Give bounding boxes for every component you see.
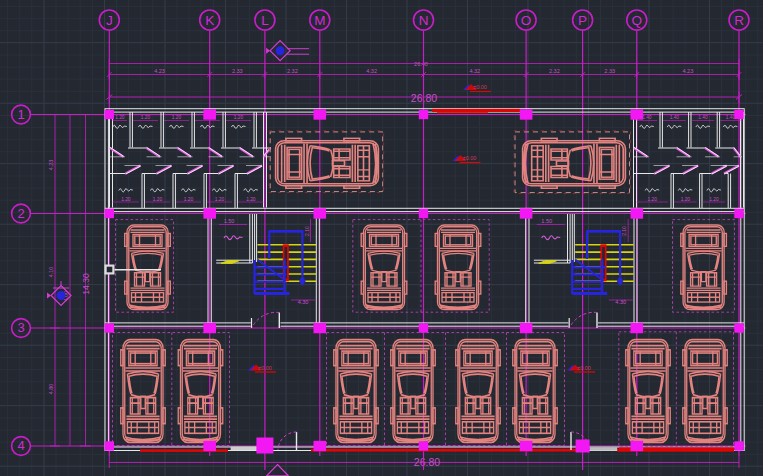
svg-text:2.10: 2.10 xyxy=(304,226,310,236)
svg-text:±0.00: ±0.00 xyxy=(258,365,272,371)
svg-text:1.20: 1.20 xyxy=(184,197,194,202)
svg-text:1.20: 1.20 xyxy=(115,115,125,120)
svg-text:2.33: 2.33 xyxy=(604,68,615,74)
svg-text:1.40: 1.40 xyxy=(642,115,652,120)
svg-text:1.50: 1.50 xyxy=(541,218,552,224)
svg-text:1.20: 1.20 xyxy=(648,197,658,202)
svg-text:2: 2 xyxy=(17,206,24,221)
svg-text:4.23: 4.23 xyxy=(48,160,54,171)
svg-text:±0.00: ±0.00 xyxy=(473,84,487,90)
svg-text:P: P xyxy=(578,13,587,28)
svg-text:1.20: 1.20 xyxy=(246,197,256,202)
svg-text:1.40: 1.40 xyxy=(726,115,736,120)
svg-text:1.20: 1.20 xyxy=(681,197,691,202)
svg-text:M: M xyxy=(314,13,325,28)
svg-text:2.33: 2.33 xyxy=(232,68,243,74)
svg-text:26.40: 26.40 xyxy=(414,61,428,67)
svg-text:4.30: 4.30 xyxy=(298,299,309,305)
svg-text:1: 1 xyxy=(17,107,24,122)
svg-text:Q: Q xyxy=(632,13,643,28)
svg-text:1.50: 1.50 xyxy=(224,218,235,224)
svg-text:1.20: 1.20 xyxy=(234,115,244,120)
svg-text:3: 3 xyxy=(17,320,24,335)
svg-text:4.32: 4.32 xyxy=(469,68,480,74)
svg-text:1.20: 1.20 xyxy=(141,115,151,120)
svg-text:1.20: 1.20 xyxy=(121,197,131,202)
svg-text:±0.00: ±0.00 xyxy=(577,365,591,371)
svg-text:4.32: 4.32 xyxy=(366,68,377,74)
svg-text:4: 4 xyxy=(17,438,24,453)
svg-text:4.30: 4.30 xyxy=(615,299,626,305)
svg-text:O: O xyxy=(521,13,532,28)
svg-text:4.23: 4.23 xyxy=(154,68,165,74)
svg-text:26.80: 26.80 xyxy=(414,456,440,468)
svg-text:4.80: 4.80 xyxy=(48,384,54,395)
svg-text:K: K xyxy=(205,13,214,28)
svg-text:14.30: 14.30 xyxy=(81,273,91,295)
svg-text:1.20: 1.20 xyxy=(215,197,225,202)
svg-text:J: J xyxy=(106,13,113,28)
svg-text:N: N xyxy=(419,13,429,28)
svg-text:1.20: 1.20 xyxy=(709,197,719,202)
svg-text:R: R xyxy=(734,13,744,28)
svg-text:4.10: 4.10 xyxy=(48,267,54,278)
svg-text:2.32: 2.32 xyxy=(287,68,298,74)
svg-text:1.40: 1.40 xyxy=(698,115,708,120)
svg-text:2.32: 2.32 xyxy=(549,68,560,74)
svg-text:L: L xyxy=(261,13,269,28)
svg-text:1.40: 1.40 xyxy=(670,115,680,120)
svg-text:2.10: 2.10 xyxy=(621,226,627,236)
svg-text:1.20: 1.20 xyxy=(172,115,182,120)
svg-text:±0.00: ±0.00 xyxy=(463,155,477,161)
svg-text:1.20: 1.20 xyxy=(153,197,163,202)
svg-text:4.23: 4.23 xyxy=(683,68,694,74)
